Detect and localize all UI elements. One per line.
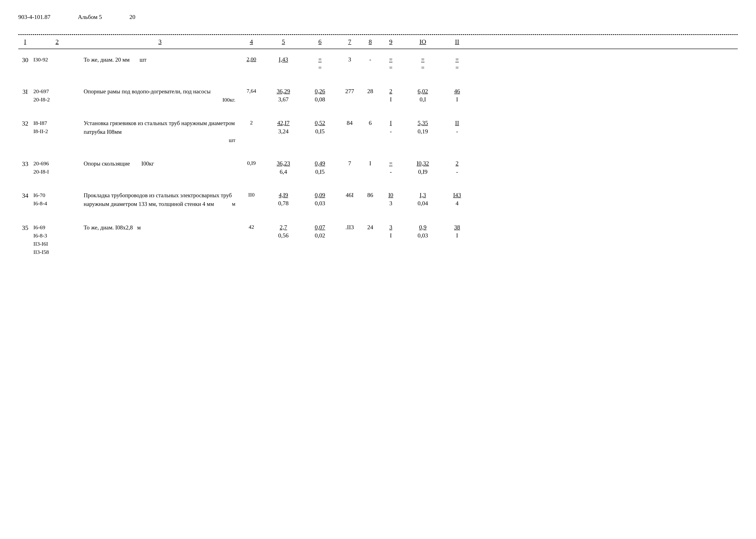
row-col10-30: = =: [402, 55, 443, 72]
row-col5-34: 4,I9 0,78: [265, 191, 302, 208]
row-col6-31: 0,26 0,08: [302, 87, 338, 104]
row-desc-35: То же, диам. I08x2,8 м: [82, 223, 238, 232]
row-col5-35: 2,7 0,56: [265, 223, 302, 240]
row-col11-32: II -: [443, 119, 471, 136]
col-header-2: 2: [32, 37, 82, 46]
row-col7-30: 3: [338, 55, 361, 64]
row-col10-32: 5,35 0,19: [402, 119, 443, 136]
col-header-1: I: [18, 37, 32, 46]
col-header-3: 3: [82, 37, 238, 46]
row-col4-35: 42: [238, 223, 265, 231]
table-row: 30 I30-92 То же, диам. 20 мм шт 2,00 I,4…: [18, 49, 738, 76]
row-desc-30: То же, диам. 20 мм шт: [82, 55, 238, 64]
col-header-7: 7: [338, 37, 361, 46]
row-col9-35: 3 I: [379, 223, 402, 240]
row-col9-32: I -: [379, 119, 402, 136]
table-row: 34 I6-70 I6-8-4 Прокладка трубопроводов …: [18, 187, 738, 212]
row-num-35: 35: [18, 223, 32, 232]
row-col6-30: = =: [302, 55, 338, 72]
row-desc-31: Опорные рамы под водопо-догреватели, под…: [82, 87, 238, 104]
page-header: 903-4-101.87 Альбом 5 20: [18, 14, 738, 21]
row-col10-33: I0,32 0,I9: [402, 159, 443, 176]
row-num-34: 34: [18, 191, 32, 200]
row-col4-30: 2,00: [238, 55, 265, 63]
col-header-6: 6: [302, 37, 338, 46]
row-col9-31: 2 I: [379, 87, 402, 104]
row-col10-35: 0,9 0,03: [402, 223, 443, 240]
row-col5-32: 42,I7 3,24: [265, 119, 302, 136]
table-row: 3I 20-697 20-I8-2 Опорные рамы под водоп…: [18, 83, 738, 108]
row-ref-31: 20-697 20-I8-2: [32, 87, 82, 104]
page-number: 20: [129, 14, 135, 21]
column-headers: I 2 3 4 5 6 7 8 9 IO II: [18, 37, 738, 49]
row-col4-31: 7,64: [238, 87, 265, 95]
top-dashed-line: [18, 34, 738, 35]
col-header-4: 4: [238, 37, 265, 46]
row-desc-33: Опоры скользящие I00кг: [82, 159, 238, 168]
row-num-32: 32: [18, 119, 32, 128]
row-col8-34: 86: [361, 191, 379, 199]
row-col9-33: = -: [379, 159, 402, 176]
row-col7-33: 7: [338, 159, 361, 168]
row-col11-33: 2 -: [443, 159, 471, 176]
row-col6-34: 0,09 0,03: [302, 191, 338, 208]
row-num-31: 3I: [18, 87, 32, 96]
row-col9-34: I0 3: [379, 191, 402, 208]
col-header-9: 9: [379, 37, 402, 46]
table-row: 35 I6-69 I6-8-3 II3-I6I II3-I58 То же, д…: [18, 219, 738, 260]
row-col8-35: 24: [361, 223, 379, 231]
row-col4-32: 2: [238, 119, 265, 127]
row-col5-30: I,43: [265, 55, 302, 64]
row-col7-32: 84: [338, 119, 361, 127]
row-col8-32: 6: [361, 119, 379, 127]
col-header-10: IO: [402, 37, 443, 46]
col-header-11: II: [443, 37, 471, 46]
row-col9-30: = =: [379, 55, 402, 72]
row-col6-33: 0,49 0,I5: [302, 159, 338, 176]
row-col11-34: I43 4: [443, 191, 471, 208]
row-desc-32: Установка грязевиков из стальных труб на…: [82, 119, 238, 144]
row-desc-34: Прокладка трубопроводов из стальных элек…: [82, 191, 238, 208]
row-col7-34: 46I: [338, 191, 361, 199]
row-col5-33: 36,23 6,4: [265, 159, 302, 176]
row-col8-33: I: [361, 159, 379, 168]
row-col11-31: 46 I: [443, 87, 471, 104]
table-row: 32 I8-I87 I8-II-2 Установка грязевиков и…: [18, 115, 738, 148]
row-ref-35: I6-69 I6-8-3 II3-I6I II3-I58: [32, 223, 82, 256]
row-col6-32: 0,52 0,I5: [302, 119, 338, 136]
row-col10-31: 6,02 0,I: [402, 87, 443, 104]
album-label: Альбом 5: [78, 14, 102, 21]
row-col7-31: 277: [338, 87, 361, 96]
row-col11-30: = =: [443, 55, 471, 72]
row-ref-30: I30-92: [32, 55, 82, 64]
row-col5-31: 36,29 3,67: [265, 87, 302, 104]
row-ref-34: I6-70 I6-8-4: [32, 191, 82, 207]
row-ref-33: 20-696 20-I8-I: [32, 159, 82, 176]
row-num-33: 33: [18, 159, 32, 168]
row-num-30: 30: [18, 55, 32, 64]
row-col4-34: II0: [238, 191, 265, 199]
row-col6-35: 0,07 0,02: [302, 223, 338, 240]
row-col8-30: -: [361, 55, 379, 64]
row-col4-33: 0,I9: [238, 159, 265, 167]
col-header-8: 8: [361, 37, 379, 46]
doc-number: 903-4-101.87: [18, 14, 50, 21]
row-col10-34: I,3 0,04: [402, 191, 443, 208]
row-col7-35: .II3: [338, 223, 361, 231]
row-col8-31: 28: [361, 87, 379, 96]
row-col11-35: 38 I: [443, 223, 471, 240]
table-row: 33 20-696 20-I8-I Опоры скользящие I00кг…: [18, 155, 738, 180]
col-header-5: 5: [265, 37, 302, 46]
row-ref-32: I8-I87 I8-II-2: [32, 119, 82, 135]
